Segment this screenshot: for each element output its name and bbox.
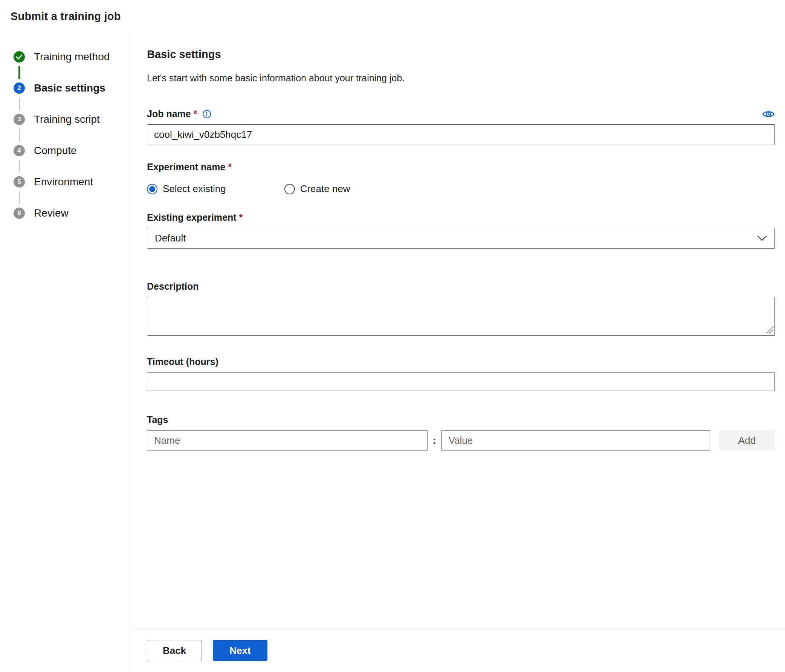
step-basic-settings[interactable]: 2 Basic settings <box>14 82 130 94</box>
step-number-badge: 3 <box>14 114 25 125</box>
step-label: Training method <box>34 51 109 63</box>
job-name-label: Job name <box>147 108 191 119</box>
step-training-script[interactable]: 3 Training script <box>14 113 130 125</box>
step-training-method[interactable]: Training method <box>14 51 130 63</box>
step-label: Basic settings <box>34 82 105 94</box>
step-connector <box>19 129 20 141</box>
app-header: Submit a training job <box>0 0 785 33</box>
radio-label: Create new <box>300 183 350 195</box>
description-label: Description <box>147 281 199 292</box>
existing-experiment-value: Default <box>155 233 186 244</box>
chevron-down-icon <box>757 235 767 241</box>
step-connector <box>19 191 20 204</box>
step-label: Compute <box>34 145 77 157</box>
tag-separator: : <box>433 435 436 446</box>
step-environment[interactable]: 5 Environment <box>14 176 130 188</box>
timeout-label: Timeout (hours) <box>147 356 219 367</box>
step-number-badge: 4 <box>14 145 25 156</box>
radio-selected-icon <box>147 184 158 194</box>
required-marker: * <box>228 162 231 172</box>
info-icon[interactable] <box>202 109 211 119</box>
existing-experiment-label: Existing experiment <box>147 212 236 223</box>
timeout-input[interactable] <box>147 372 775 391</box>
tag-name-input[interactable] <box>147 430 427 451</box>
step-label: Training script <box>34 113 100 125</box>
step-connector <box>19 98 20 110</box>
description-textarea[interactable] <box>147 297 775 336</box>
radio-select-existing[interactable]: Select existing <box>147 183 226 195</box>
existing-experiment-select[interactable]: Default <box>147 228 775 248</box>
step-connector <box>19 66 20 79</box>
tags-label: Tags <box>147 414 168 425</box>
section-subtitle: Let's start with some basic information … <box>147 73 775 84</box>
page-title: Submit a training job <box>11 10 121 23</box>
add-tag-button[interactable]: Add <box>719 430 775 451</box>
step-number-badge: 6 <box>14 208 25 219</box>
radio-unselected-icon <box>285 184 295 194</box>
step-connector <box>19 160 20 172</box>
step-label: Review <box>34 207 69 219</box>
step-label: Environment <box>34 176 93 188</box>
tag-value-input[interactable] <box>441 430 710 451</box>
radio-label: Select existing <box>163 183 226 195</box>
step-compute[interactable]: 4 Compute <box>14 145 130 157</box>
required-marker: * <box>194 108 197 119</box>
experiment-name-label: Experiment name <box>147 162 225 172</box>
radio-create-new[interactable]: Create new <box>285 183 350 195</box>
wizard-footer: Back Next <box>130 629 785 672</box>
section-heading: Basic settings <box>147 48 775 61</box>
step-completed-check-icon <box>14 51 25 63</box>
view-code-eye-icon[interactable] <box>762 109 775 119</box>
step-number-badge: 5 <box>14 176 25 188</box>
job-name-input[interactable] <box>147 124 775 145</box>
back-button[interactable]: Back <box>147 640 202 661</box>
step-number-badge: 2 <box>14 83 25 94</box>
required-marker: * <box>239 212 243 223</box>
next-button[interactable]: Next <box>213 640 267 661</box>
wizard-steps-sidebar: Training method 2 Basic settings 3 Train… <box>0 33 130 672</box>
step-review[interactable]: 6 Review <box>14 207 130 219</box>
